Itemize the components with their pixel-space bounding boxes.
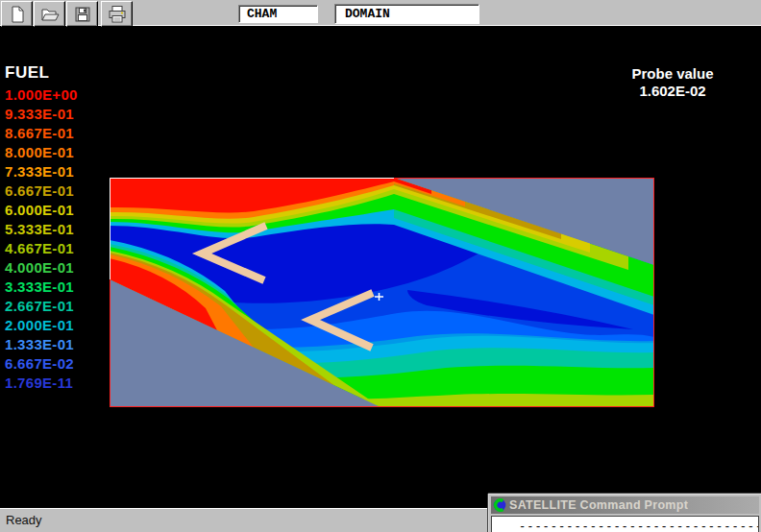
satellite-icon bbox=[493, 498, 506, 512]
save-file-button[interactable] bbox=[66, 1, 98, 27]
legend-item: 1.000E+00 bbox=[5, 85, 78, 105]
legend-item: 3.333E-01 bbox=[5, 278, 78, 297]
print-button[interactable] bbox=[101, 1, 133, 27]
probe-value: 1.602E-02 bbox=[586, 83, 759, 100]
domain-field-value: DOMAIN bbox=[345, 7, 390, 21]
window-title: SATELLITE Command Prompt bbox=[509, 498, 688, 512]
save-floppy-icon bbox=[73, 5, 92, 24]
window-title-bar[interactable]: SATELLITE Command Prompt bbox=[491, 496, 759, 514]
contour-plot[interactable] bbox=[110, 178, 654, 407]
legend-item: 2.667E-01 bbox=[5, 297, 78, 316]
print-icon bbox=[108, 5, 127, 24]
contour-legend: FUEL 1.000E+009.333E-018.667E-018.000E-0… bbox=[5, 63, 78, 393]
legend-item: 6.667E-02 bbox=[5, 354, 78, 374]
toolbar: CHAM DOMAIN bbox=[0, 0, 761, 26]
legend-item: 6.667E-01 bbox=[5, 181, 78, 201]
probe-label: Probe value bbox=[586, 65, 759, 83]
legend-item: 1.769E-11 bbox=[5, 374, 78, 393]
legend-item: 6.000E-01 bbox=[5, 201, 78, 220]
legend-item: 7.333E-01 bbox=[5, 162, 78, 181]
contour-plot-svg bbox=[110, 178, 654, 407]
legend-item: 8.000E-01 bbox=[5, 143, 78, 162]
legend-item: 4.000E-01 bbox=[5, 258, 78, 278]
legend-variable-title: FUEL bbox=[5, 63, 78, 83]
legend-item: 1.333E-01 bbox=[5, 335, 78, 354]
legend-items: 1.000E+009.333E-018.667E-018.000E-017.33… bbox=[5, 85, 78, 393]
legend-item: 4.667E-01 bbox=[5, 239, 78, 258]
graphics-canvas[interactable]: FUEL 1.000E+009.333E-018.667E-018.000E-0… bbox=[0, 27, 761, 508]
status-text: Ready bbox=[6, 513, 42, 527]
legend-item: 2.000E-01 bbox=[5, 316, 78, 335]
cham-field[interactable]: CHAM bbox=[238, 5, 318, 23]
open-file-button[interactable] bbox=[34, 1, 65, 27]
open-folder-icon bbox=[40, 5, 60, 24]
new-file-button[interactable] bbox=[1, 1, 33, 27]
legend-item: 5.333E-01 bbox=[5, 220, 78, 239]
command-output-line: ----------------------------------------… bbox=[519, 520, 758, 532]
legend-item: 9.333E-01 bbox=[5, 105, 78, 124]
satellite-command-prompt-window[interactable]: SATELLITE Command Prompt ---------------… bbox=[488, 494, 761, 532]
domain-field[interactable]: DOMAIN bbox=[334, 4, 479, 24]
command-prompt-output[interactable]: ----------------------------------------… bbox=[491, 516, 759, 532]
probe-readout: Probe value 1.602E-02 bbox=[586, 65, 759, 100]
legend-item: 8.667E-01 bbox=[5, 124, 78, 143]
new-document-icon bbox=[8, 5, 27, 24]
cham-field-value: CHAM bbox=[247, 7, 277, 21]
